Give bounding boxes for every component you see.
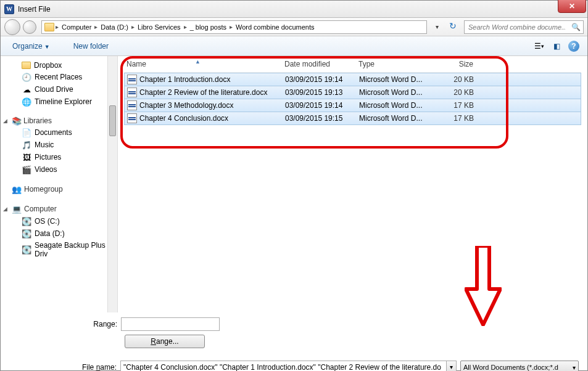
documents-icon: 📄: [22, 128, 31, 137]
file-size: 17 KB: [432, 101, 478, 110]
refresh-button[interactable]: ↻: [447, 21, 459, 33]
help-button[interactable]: ?: [566, 39, 581, 53]
breadcrumb-dropdown[interactable]: ▾: [432, 23, 442, 30]
file-row[interactable]: Chapter 3 Methodology.docx 03/09/2015 19…: [124, 99, 581, 112]
range-input[interactable]: [121, 317, 220, 331]
bottom-panel: Range: Range... File name: ▾ All Word Do…: [1, 312, 587, 371]
caret-icon: ◢: [3, 118, 9, 124]
sidebar-item-documents[interactable]: 📄Documents: [1, 126, 117, 139]
file-date: 03/09/2015 19:14: [285, 101, 359, 110]
sidebar-group-computer[interactable]: ◢💻Computer: [1, 203, 117, 215]
file-date: 03/09/2015 19:13: [285, 88, 359, 97]
file-name: Chapter 3 Methodology.docx: [139, 101, 234, 110]
folder-icon: [44, 23, 54, 31]
titlebar: W Insert File ✕: [1, 1, 587, 18]
filename-input[interactable]: [120, 361, 447, 371]
drive-icon: 💽: [22, 229, 31, 238]
file-type: Microsoft Word D...: [359, 88, 432, 97]
file-size: 20 KB: [432, 75, 478, 84]
file-size: 20 KB: [432, 88, 478, 97]
search-icon: 🔍: [571, 23, 581, 31]
close-button[interactable]: ✕: [558, 0, 586, 13]
sidebar-item-music[interactable]: 🎵Music: [1, 139, 117, 151]
sidebar-item-drive[interactable]: 💽OS (C:): [1, 215, 117, 227]
file-type: Microsoft Word D...: [359, 114, 432, 123]
globe-icon: 🌐: [22, 97, 31, 107]
file-date: 03/09/2015 19:15: [285, 114, 359, 123]
sidebar-item[interactable]: 🌐Timeline Explorer: [1, 96, 117, 108]
folder-icon: [22, 62, 31, 69]
file-list-area: Name▲ Date modified Type Size Chapter 1 …: [118, 56, 587, 312]
organize-button[interactable]: Organize▼: [7, 39, 56, 54]
column-type[interactable]: Type: [358, 60, 431, 68]
sidebar-item[interactable]: Dropbox: [1, 60, 117, 71]
nav-toolbar: ▸ Computer ▸ Data (D:) ▸ Libro Services …: [1, 18, 587, 36]
drive-icon: 💽: [22, 245, 31, 255]
videos-icon: 🎬: [22, 165, 31, 174]
file-row[interactable]: Chapter 4 Conclusion.docx 03/09/2015 19:…: [124, 112, 581, 125]
file-date: 03/09/2015 19:14: [285, 75, 359, 84]
new-folder-button[interactable]: New folder: [68, 39, 114, 54]
window-title: Insert File: [18, 5, 51, 14]
word-doc-icon: [127, 100, 137, 110]
file-name: Chapter 4 Conclusion.docx: [139, 114, 228, 123]
cloud-icon: ☁: [22, 84, 31, 94]
filename-label: File name:: [1, 363, 117, 371]
pictures-icon: 🖼: [22, 152, 31, 162]
word-doc-icon: [127, 88, 137, 97]
nav-sidebar: Dropbox 🕘Recent Places ☁Cloud Drive 🌐Tim…: [1, 56, 118, 312]
column-size[interactable]: Size: [431, 60, 477, 68]
chevron-down-icon: ▾: [573, 364, 576, 371]
file-type: Microsoft Word D...: [359, 75, 432, 84]
file-name: Chapter 2 Review of the literature.docx: [139, 88, 267, 97]
word-app-icon: W: [4, 4, 14, 14]
computer-icon: 💻: [12, 204, 22, 214]
caret-icon: ◢: [3, 206, 9, 212]
sidebar-item-drive[interactable]: 💽Seagate Backup Plus Driv: [1, 240, 117, 259]
insert-file-dialog: W Insert File ✕ ▸ Computer ▸ Data (D:) ▸…: [0, 0, 588, 371]
sidebar-item-videos[interactable]: 🎬Videos: [1, 163, 117, 176]
music-icon: 🎵: [22, 140, 31, 150]
sidebar-group-libraries[interactable]: ◢📚Libraries: [1, 115, 117, 126]
filetype-dropdown[interactable]: All Word Documents (*.docx;*.d▾: [460, 361, 579, 371]
sidebar-scrollbar[interactable]: [107, 56, 117, 312]
sidebar-item[interactable]: 🕘Recent Places: [1, 71, 117, 83]
file-size: 17 KB: [432, 114, 478, 123]
column-name[interactable]: Name▲: [124, 60, 284, 68]
filename-history-dropdown[interactable]: ▾: [447, 361, 457, 371]
breadcrumb-item[interactable]: Data (D:): [97, 23, 131, 31]
breadcrumb-item[interactable]: Word combine documents: [233, 23, 318, 31]
breadcrumb-item[interactable]: Computer: [59, 23, 94, 31]
search-box[interactable]: 🔍: [464, 20, 584, 34]
recent-icon: 🕘: [22, 72, 31, 82]
chevron-down-icon: ▼: [44, 44, 50, 50]
sidebar-item[interactable]: ☁Cloud Drive: [1, 83, 117, 96]
file-row[interactable]: Chapter 2 Review of the literature.docx …: [124, 86, 581, 99]
file-type: Microsoft Word D...: [359, 101, 432, 110]
word-doc-icon: [127, 113, 137, 123]
file-name: Chapter 1 Introduction.docx: [139, 75, 230, 84]
range-button[interactable]: Range...: [125, 335, 205, 348]
search-input[interactable]: [465, 23, 569, 31]
drive-icon: 💽: [22, 216, 31, 226]
sidebar-item-pictures[interactable]: 🖼Pictures: [1, 151, 117, 163]
breadcrumb[interactable]: ▸ Computer ▸ Data (D:) ▸ Libro Services …: [41, 20, 427, 34]
preview-pane-button[interactable]: ◧: [549, 39, 564, 53]
libraries-icon: 📚: [12, 117, 21, 125]
sidebar-group-homegroup[interactable]: 👥Homegroup: [1, 183, 117, 195]
help-icon: ?: [568, 41, 579, 52]
file-row[interactable]: Chapter 1 Introduction.docx 03/09/2015 1…: [124, 73, 581, 86]
command-toolbar: Organize▼ New folder ☰▾ ◧ ?: [1, 36, 587, 56]
forward-button[interactable]: [23, 20, 36, 34]
sidebar-item-drive[interactable]: 💽Data (D:): [1, 227, 117, 240]
homegroup-icon: 👥: [12, 184, 22, 194]
scroll-thumb[interactable]: [109, 105, 116, 136]
column-headers: Name▲ Date modified Type Size: [124, 56, 581, 73]
view-options-button[interactable]: ☰▾: [532, 39, 547, 53]
breadcrumb-item[interactable]: Libro Services: [135, 23, 184, 31]
column-date[interactable]: Date modified: [284, 60, 358, 68]
main-area: Dropbox 🕘Recent Places ☁Cloud Drive 🌐Tim…: [1, 56, 587, 312]
breadcrumb-item[interactable]: _ blog posts: [187, 23, 230, 31]
back-button[interactable]: [4, 19, 20, 35]
word-doc-icon: [127, 75, 137, 84]
